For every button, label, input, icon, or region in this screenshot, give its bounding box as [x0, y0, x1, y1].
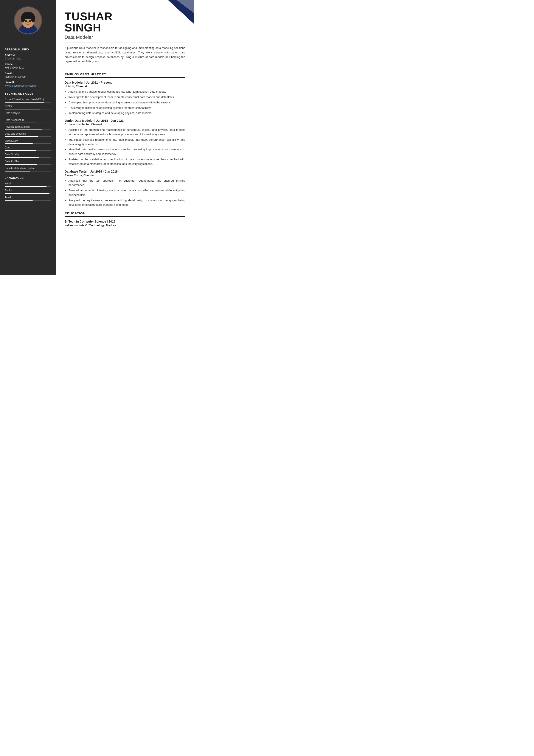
- email-label: Email: [5, 72, 51, 75]
- skill-item: Data Architecture: [5, 119, 51, 123]
- bullet-item: Implementing data strategies and develop…: [68, 111, 185, 116]
- skill-bar-fill: [5, 136, 38, 137]
- phone-block: Phone +91-9876543210: [5, 63, 51, 69]
- address-label: Address: [5, 54, 51, 57]
- skill-item: Extract Transform and Load (ETL): [5, 98, 51, 102]
- skill-name: NoSQL: [5, 105, 51, 108]
- summary-text: A judicious Data modeler is responsible …: [64, 46, 185, 64]
- lang-bar-bg: [5, 200, 51, 201]
- bullet-item: Ensured all aspects of testing are condu…: [68, 188, 185, 197]
- skill-name: Data Quality: [5, 153, 51, 156]
- language-name: Hindi: [5, 182, 51, 185]
- employment-heading: EMPLOYMENT HISTORY: [64, 72, 185, 76]
- skill-name: Statistical Analysis System: [5, 167, 51, 170]
- job-company: Raven Corps, Chennai: [64, 174, 185, 177]
- job-company: Crosswords Techs, Chennai: [64, 123, 185, 126]
- skill-bar-fill: [5, 102, 44, 102]
- skill-name: Physical Data Models: [5, 125, 51, 128]
- sidebar-top: [0, 0, 56, 39]
- education-divider: [64, 216, 185, 217]
- linkedin-link[interactable]: www.linkedin.com/in/tushar: [5, 84, 36, 87]
- skill-bar-bg: [5, 122, 51, 123]
- header-decoration: [151, 0, 194, 24]
- bullet-item: Analysed the requirements, processes and…: [68, 198, 185, 207]
- phone-label: Phone: [5, 63, 51, 66]
- svg-point-8: [29, 20, 31, 22]
- bullet-item: Translated business requirements into da…: [68, 138, 185, 147]
- job-bullets: Analysed that the test approach met cust…: [64, 178, 185, 207]
- skill-bar-bg: [5, 102, 51, 102]
- skill-bar-bg: [5, 129, 51, 130]
- job-role: Junior Data Modeler | Jul 2018 - Jun 202…: [64, 119, 185, 122]
- bullet-item: Analysing and translating business needs…: [68, 90, 185, 94]
- skill-bar-bg: [5, 157, 51, 158]
- bullet-item: Assisted in the creation and maintenance…: [68, 128, 185, 137]
- skill-bar-bg: [5, 150, 51, 151]
- skill-bar-fill: [5, 143, 33, 144]
- skill-bar-fill: [5, 171, 30, 172]
- skill-bar-fill: [5, 109, 39, 109]
- job-title: Data Modeler: [64, 35, 185, 40]
- lang-bar-fill: [5, 200, 33, 201]
- sidebar-content: PERSONAL INFO Address Chennai, India Pho…: [0, 39, 56, 201]
- email-block: Email tushar@gmail.com: [5, 72, 51, 78]
- education-heading: EDUCATION: [64, 211, 185, 215]
- linkedin-block: LinkedIn www.linkedin.com/in/tushar: [5, 81, 51, 87]
- job-bullets: Analysing and translating business needs…: [64, 90, 185, 116]
- header-divider: [64, 42, 185, 42]
- skill-bar-bg: [5, 143, 51, 144]
- skill-item: Visualization: [5, 139, 51, 144]
- linkedin-label: LinkedIn: [5, 81, 51, 84]
- languages-list: Hindi English Tamil: [5, 182, 51, 201]
- languages-title: LANGUAGES: [5, 176, 51, 179]
- skill-item: NoSQL: [5, 105, 51, 109]
- lang-bar-fill: [5, 193, 49, 194]
- address-block: Address Chennai, India: [5, 54, 51, 60]
- skill-item: Data Profiling: [5, 160, 51, 165]
- skill-name: Data Warehousing: [5, 132, 51, 135]
- skill-item: Physical Data Models: [5, 125, 51, 130]
- bullet-item: Identified data quality issues and incon…: [68, 148, 185, 156]
- skill-bar-fill: [5, 164, 37, 165]
- job-role: Database Tester | Jul 2016 - Jun 2018: [64, 170, 185, 173]
- bullet-item: Working with the development team to cre…: [68, 95, 185, 99]
- language-item: English: [5, 189, 51, 194]
- job-role: Data Modeler | Jul 2021 - Present: [64, 81, 185, 84]
- skill-name: Extract Transform and Load (ETL): [5, 98, 51, 101]
- phone-value: +91-9876543210: [5, 66, 51, 69]
- skill-name: Java: [5, 146, 51, 149]
- jobs-list: Data Modeler | Jul 2021 - Present Ubisof…: [64, 81, 185, 207]
- svg-point-5: [21, 14, 25, 23]
- skill-item: Data Analysis: [5, 112, 51, 116]
- bullet-item: Assisted in the validation and verificat…: [68, 157, 185, 166]
- email-value: tushar@gmail.com: [5, 75, 51, 78]
- skill-bar-bg: [5, 109, 51, 109]
- job-company: Ubisoft, Chennai: [64, 85, 185, 88]
- employment-divider: [64, 77, 185, 78]
- linkedin-value: www.linkedin.com/in/tushar: [5, 84, 51, 87]
- main-body: EMPLOYMENT HISTORY Data Modeler | Jul 20…: [56, 72, 194, 235]
- skill-item: Statistical Analysis System: [5, 167, 51, 172]
- svg-point-6: [31, 14, 35, 23]
- skill-name: Visualization: [5, 139, 51, 142]
- bullet-item: Analysed that the test approach met cust…: [68, 178, 185, 188]
- skill-bar-fill: [5, 122, 35, 123]
- avatar: [14, 7, 42, 35]
- skill-bar-fill: [5, 157, 39, 158]
- address-value: Chennai, India: [5, 57, 51, 60]
- language-name: English: [5, 189, 51, 192]
- lang-bar-bg: [5, 193, 51, 194]
- education-entry: B. Tech in Computer Science | 2016 India…: [64, 220, 185, 227]
- main-content: TUSHAR SINGH Data Modeler A judicious Da…: [56, 0, 194, 275]
- skill-bar-fill: [5, 129, 42, 130]
- skill-item: Data Quality: [5, 153, 51, 158]
- skill-bar-bg: [5, 136, 51, 137]
- skill-name: Data Profiling: [5, 160, 51, 163]
- edu-school: Indian Institute Of Technology, Madras: [64, 224, 185, 227]
- technical-skills-title: TECHNICAL SKILLS: [5, 92, 51, 95]
- skills-list: Extract Transform and Load (ETL) NoSQL D…: [5, 98, 51, 172]
- job-entry: Junior Data Modeler | Jul 2018 - Jun 202…: [64, 119, 185, 166]
- bullet-item: Developing best practices for data codin…: [68, 100, 185, 105]
- language-name: Tamil: [5, 196, 51, 199]
- svg-point-7: [25, 20, 27, 22]
